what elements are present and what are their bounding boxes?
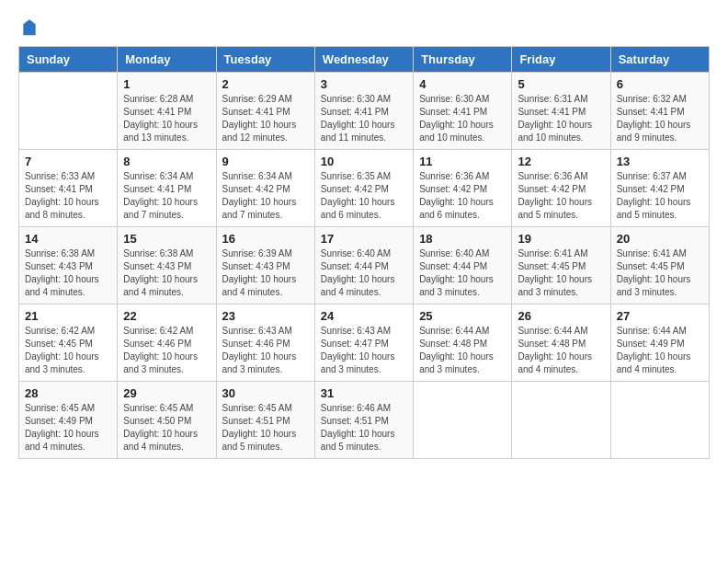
day-detail: Sunrise: 6:45 AM Sunset: 4:51 PM Dayligh… xyxy=(222,402,309,454)
day-detail: Sunrise: 6:40 AM Sunset: 4:44 PM Dayligh… xyxy=(419,247,506,299)
calendar-cell: 31 Sunrise: 6:46 AM Sunset: 4:51 PM Dayl… xyxy=(314,382,413,459)
day-number: 1 xyxy=(123,77,210,91)
calendar-cell: 10 Sunrise: 6:35 AM Sunset: 4:42 PM Dayl… xyxy=(314,150,413,227)
day-detail: Sunrise: 6:44 AM Sunset: 4:49 PM Dayligh… xyxy=(617,325,703,376)
calendar-week-2: 7 Sunrise: 6:33 AM Sunset: 4:41 PM Dayli… xyxy=(19,150,710,227)
page-header xyxy=(18,18,710,37)
day-number: 5 xyxy=(518,77,604,91)
day-number: 22 xyxy=(123,309,210,323)
day-detail: Sunrise: 6:42 AM Sunset: 4:46 PM Dayligh… xyxy=(123,325,210,376)
day-detail: Sunrise: 6:44 AM Sunset: 4:48 PM Dayligh… xyxy=(419,325,506,376)
day-detail: Sunrise: 6:46 AM Sunset: 4:51 PM Dayligh… xyxy=(321,402,407,454)
day-number: 10 xyxy=(321,155,407,168)
day-detail: Sunrise: 6:43 AM Sunset: 4:47 PM Dayligh… xyxy=(321,325,407,376)
calendar-header-row: SundayMondayTuesdayWednesdayThursdayFrid… xyxy=(19,47,710,73)
calendar-cell: 23 Sunrise: 6:43 AM Sunset: 4:46 PM Dayl… xyxy=(216,304,314,382)
calendar-cell: 29 Sunrise: 6:45 AM Sunset: 4:50 PM Dayl… xyxy=(118,382,216,459)
calendar-cell: 12 Sunrise: 6:36 AM Sunset: 4:42 PM Dayl… xyxy=(512,150,610,227)
day-number: 29 xyxy=(123,386,210,400)
day-header-monday: Monday xyxy=(118,47,216,73)
day-detail: Sunrise: 6:41 AM Sunset: 4:45 PM Dayligh… xyxy=(617,247,703,299)
day-number: 30 xyxy=(222,386,309,400)
calendar-cell: 26 Sunrise: 6:44 AM Sunset: 4:48 PM Dayl… xyxy=(512,304,610,382)
calendar-cell: 8 Sunrise: 6:34 AM Sunset: 4:41 PM Dayli… xyxy=(118,150,216,227)
day-detail: Sunrise: 6:38 AM Sunset: 4:43 PM Dayligh… xyxy=(25,247,111,299)
day-detail: Sunrise: 6:36 AM Sunset: 4:42 PM Dayligh… xyxy=(419,170,506,222)
calendar-cell: 6 Sunrise: 6:32 AM Sunset: 4:41 PM Dayli… xyxy=(610,73,709,150)
calendar-cell xyxy=(512,382,610,459)
calendar-cell: 27 Sunrise: 6:44 AM Sunset: 4:49 PM Dayl… xyxy=(610,304,709,382)
day-number: 19 xyxy=(518,232,604,246)
day-number: 8 xyxy=(123,155,210,168)
day-number: 28 xyxy=(25,386,111,400)
calendar-cell: 28 Sunrise: 6:45 AM Sunset: 4:49 PM Dayl… xyxy=(19,382,118,459)
calendar-cell: 9 Sunrise: 6:34 AM Sunset: 4:42 PM Dayli… xyxy=(216,150,314,227)
day-detail: Sunrise: 6:34 AM Sunset: 4:41 PM Dayligh… xyxy=(123,170,210,222)
day-detail: Sunrise: 6:29 AM Sunset: 4:41 PM Dayligh… xyxy=(222,93,309,144)
calendar-cell xyxy=(414,382,512,459)
day-detail: Sunrise: 6:33 AM Sunset: 4:41 PM Dayligh… xyxy=(25,170,111,222)
day-detail: Sunrise: 6:41 AM Sunset: 4:45 PM Dayligh… xyxy=(518,247,604,299)
calendar-cell xyxy=(610,382,709,459)
logo-icon xyxy=(20,18,39,37)
day-number: 25 xyxy=(419,309,506,323)
day-detail: Sunrise: 6:37 AM Sunset: 4:42 PM Dayligh… xyxy=(617,170,703,222)
day-header-friday: Friday xyxy=(512,47,610,73)
day-header-tuesday: Tuesday xyxy=(216,47,314,73)
day-detail: Sunrise: 6:44 AM Sunset: 4:48 PM Dayligh… xyxy=(518,325,604,376)
calendar-cell: 4 Sunrise: 6:30 AM Sunset: 4:41 PM Dayli… xyxy=(414,73,512,150)
calendar-cell: 15 Sunrise: 6:38 AM Sunset: 4:43 PM Dayl… xyxy=(118,227,216,304)
day-number: 31 xyxy=(321,386,407,400)
day-detail: Sunrise: 6:28 AM Sunset: 4:41 PM Dayligh… xyxy=(123,93,210,144)
day-header-saturday: Saturday xyxy=(610,47,709,73)
calendar-cell: 11 Sunrise: 6:36 AM Sunset: 4:42 PM Dayl… xyxy=(414,150,512,227)
day-number: 6 xyxy=(617,77,703,91)
calendar-cell: 14 Sunrise: 6:38 AM Sunset: 4:43 PM Dayl… xyxy=(19,227,118,304)
calendar-cell: 22 Sunrise: 6:42 AM Sunset: 4:46 PM Dayl… xyxy=(118,304,216,382)
calendar-cell: 13 Sunrise: 6:37 AM Sunset: 4:42 PM Dayl… xyxy=(610,150,709,227)
calendar-cell: 25 Sunrise: 6:44 AM Sunset: 4:48 PM Dayl… xyxy=(414,304,512,382)
day-detail: Sunrise: 6:30 AM Sunset: 4:41 PM Dayligh… xyxy=(321,93,407,144)
day-number: 7 xyxy=(25,155,111,168)
calendar-cell: 5 Sunrise: 6:31 AM Sunset: 4:41 PM Dayli… xyxy=(512,73,610,150)
day-detail: Sunrise: 6:30 AM Sunset: 4:41 PM Dayligh… xyxy=(419,93,506,144)
calendar-cell: 17 Sunrise: 6:40 AM Sunset: 4:44 PM Dayl… xyxy=(314,227,413,304)
calendar-cell xyxy=(19,73,118,150)
day-detail: Sunrise: 6:35 AM Sunset: 4:42 PM Dayligh… xyxy=(321,170,407,222)
calendar-cell: 21 Sunrise: 6:42 AM Sunset: 4:45 PM Dayl… xyxy=(19,304,118,382)
day-number: 17 xyxy=(321,232,407,246)
calendar-cell: 16 Sunrise: 6:39 AM Sunset: 4:43 PM Dayl… xyxy=(216,227,314,304)
day-detail: Sunrise: 6:32 AM Sunset: 4:41 PM Dayligh… xyxy=(617,93,703,144)
calendar-week-4: 21 Sunrise: 6:42 AM Sunset: 4:45 PM Dayl… xyxy=(19,304,710,382)
day-number: 18 xyxy=(419,232,506,246)
logo xyxy=(18,18,39,37)
day-header-thursday: Thursday xyxy=(414,47,512,73)
calendar-cell: 18 Sunrise: 6:40 AM Sunset: 4:44 PM Dayl… xyxy=(414,227,512,304)
day-number: 13 xyxy=(617,155,703,168)
day-number: 23 xyxy=(222,309,309,323)
day-detail: Sunrise: 6:40 AM Sunset: 4:44 PM Dayligh… xyxy=(321,247,407,299)
calendar-cell: 20 Sunrise: 6:41 AM Sunset: 4:45 PM Dayl… xyxy=(610,227,709,304)
day-detail: Sunrise: 6:42 AM Sunset: 4:45 PM Dayligh… xyxy=(25,325,111,376)
day-header-wednesday: Wednesday xyxy=(314,47,413,73)
day-header-sunday: Sunday xyxy=(19,47,118,73)
calendar-cell: 24 Sunrise: 6:43 AM Sunset: 4:47 PM Dayl… xyxy=(314,304,413,382)
day-number: 14 xyxy=(25,232,111,246)
day-number: 4 xyxy=(419,77,506,91)
calendar-cell: 1 Sunrise: 6:28 AM Sunset: 4:41 PM Dayli… xyxy=(118,73,216,150)
day-detail: Sunrise: 6:45 AM Sunset: 4:49 PM Dayligh… xyxy=(25,402,111,454)
day-number: 12 xyxy=(518,155,604,168)
calendar-cell: 7 Sunrise: 6:33 AM Sunset: 4:41 PM Dayli… xyxy=(19,150,118,227)
day-number: 15 xyxy=(123,232,210,246)
day-number: 3 xyxy=(321,77,407,91)
calendar-week-5: 28 Sunrise: 6:45 AM Sunset: 4:49 PM Dayl… xyxy=(19,382,710,459)
day-detail: Sunrise: 6:31 AM Sunset: 4:41 PM Dayligh… xyxy=(518,93,604,144)
day-detail: Sunrise: 6:38 AM Sunset: 4:43 PM Dayligh… xyxy=(123,247,210,299)
calendar-table: SundayMondayTuesdayWednesdayThursdayFrid… xyxy=(18,46,710,459)
day-number: 2 xyxy=(222,77,309,91)
day-detail: Sunrise: 6:43 AM Sunset: 4:46 PM Dayligh… xyxy=(222,325,309,376)
day-number: 11 xyxy=(419,155,506,168)
day-detail: Sunrise: 6:39 AM Sunset: 4:43 PM Dayligh… xyxy=(222,247,309,299)
day-detail: Sunrise: 6:34 AM Sunset: 4:42 PM Dayligh… xyxy=(222,170,309,222)
calendar-week-3: 14 Sunrise: 6:38 AM Sunset: 4:43 PM Dayl… xyxy=(19,227,710,304)
